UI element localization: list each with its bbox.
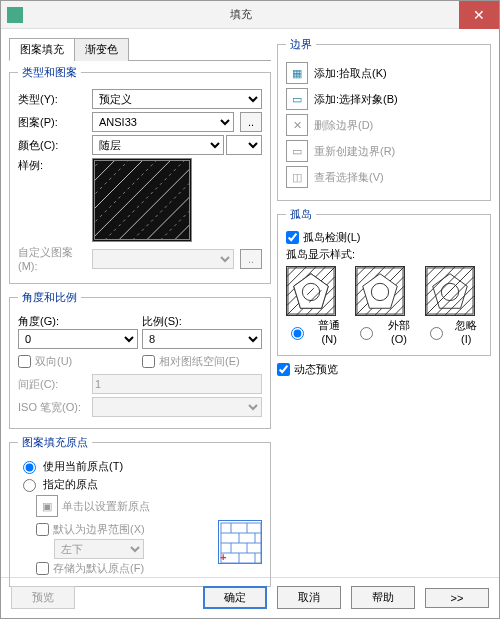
legend-type: 类型和图案 [18, 65, 81, 80]
spacing-label: 间距(C): [18, 377, 88, 392]
double-label: 双向(U) [35, 354, 72, 369]
island-outer-image[interactable] [355, 266, 405, 316]
view-selection-button: ◫ [286, 166, 308, 188]
dynamic-preview-checkbox[interactable] [277, 363, 290, 376]
click-set-origin-icon: ▣ [36, 495, 58, 517]
click-set-origin-label: 单击以设置新原点 [62, 499, 150, 514]
svg-line-50 [395, 305, 405, 315]
custom-pattern-browse: .. [240, 249, 262, 269]
color-label: 颜色(C): [18, 138, 88, 153]
cancel-button[interactable]: 取消 [277, 586, 341, 609]
isowidth-select [92, 397, 262, 417]
specified-origin-label: 指定的原点 [43, 477, 98, 492]
view-selection-label: 查看选择集(V) [314, 170, 384, 185]
group-origin: 图案填充原点 使用当前原点(T) 指定的原点 ▣ 单击以设置新原点 默认为边界范… [9, 435, 271, 587]
island-outer-radio[interactable] [360, 327, 373, 340]
island-normal-radio[interactable] [291, 327, 304, 340]
plus-icon: + [220, 551, 226, 563]
window-title: 填充 [23, 7, 459, 22]
svg-point-64 [442, 283, 459, 300]
custom-pattern-label: 自定义图案(M): [18, 245, 88, 272]
svg-line-28 [287, 267, 297, 277]
pattern-browse-button[interactable]: .. [240, 112, 262, 132]
recreate-boundary-label: 重新创建边界(R) [314, 144, 395, 159]
use-current-origin-label: 使用当前原点(T) [43, 459, 123, 474]
default-extent-checkbox [36, 523, 49, 536]
svg-line-59 [436, 277, 474, 315]
island-ignore-image[interactable] [425, 266, 475, 316]
type-select[interactable]: 预定义 [92, 89, 262, 109]
angle-select[interactable]: 0 [18, 329, 138, 349]
sample-label: 样例: [18, 158, 88, 173]
island-outer-label: 外部(O) [380, 318, 417, 345]
island-detect-checkbox[interactable] [286, 231, 299, 244]
svg-line-54 [426, 267, 436, 277]
legend-origin: 图案填充原点 [18, 435, 92, 450]
close-button[interactable]: ✕ [459, 1, 499, 29]
scale-select[interactable]: 8 [142, 329, 262, 349]
add-pick-points-button[interactable]: ▦ [286, 62, 308, 84]
remove-boundary-label: 删除边界(D) [314, 118, 373, 133]
group-boundary: 边界 ▦添加:拾取点(K) ▭添加:选择对象(B) ✕删除边界(D) ▭重新创建… [277, 37, 491, 201]
group-angle-scale: 角度和比例 角度(G): 0 比例(S): 8 双向(U) 相对图纸空间(E) … [9, 290, 271, 429]
double-checkbox [18, 355, 31, 368]
legend-angle: 角度和比例 [18, 290, 81, 305]
add-select-objects-button[interactable]: ▭ [286, 88, 308, 110]
pattern-select[interactable]: ANSI33 [92, 112, 234, 132]
store-default-checkbox [36, 562, 49, 575]
bg-color-select[interactable] [226, 135, 262, 155]
help-button[interactable]: 帮助 [351, 586, 415, 609]
tab-hatch[interactable]: 图案填充 [9, 38, 75, 61]
origin-preview: + [218, 520, 262, 564]
svg-line-42 [356, 267, 366, 277]
angle-label: 角度(G): [18, 314, 138, 329]
recreate-boundary-button: ▭ [286, 140, 308, 162]
tab-gradient[interactable]: 渐变色 [74, 38, 129, 61]
color-select[interactable]: 随层 [92, 135, 224, 155]
pattern-label: 图案(P): [18, 115, 88, 130]
group-island: 孤岛 孤岛检测(L) 孤岛显示样式: 普通(N) [277, 207, 491, 356]
store-default-label: 存储为默认原点(F) [53, 561, 144, 576]
island-normal-label: 普通(N) [311, 318, 347, 345]
dynamic-preview-label: 动态预览 [294, 362, 338, 377]
isowidth-label: ISO 笔宽(O): [18, 400, 88, 415]
pattern-swatch[interactable] [92, 158, 192, 242]
remove-boundary-button: ✕ [286, 114, 308, 136]
island-style-label: 孤岛显示样式: [286, 247, 482, 262]
svg-rect-0 [96, 161, 189, 239]
ok-button[interactable]: 确定 [203, 586, 267, 609]
app-icon [7, 7, 23, 23]
spacing-input [92, 374, 262, 394]
type-label: 类型(Y): [18, 92, 88, 107]
scale-label: 比例(S): [142, 314, 262, 329]
expand-button[interactable]: >> [425, 588, 489, 608]
svg-line-36 [325, 305, 335, 315]
default-extent-label: 默认为边界范围(X) [53, 522, 145, 537]
island-detect-label: 孤岛检测(L) [303, 230, 360, 245]
custom-pattern-select [92, 249, 234, 269]
specified-origin-radio[interactable] [23, 479, 36, 492]
paperspace-label: 相对图纸空间(E) [159, 354, 240, 369]
legend-boundary: 边界 [286, 37, 316, 52]
add-pick-points-label: 添加:拾取点(K) [314, 66, 387, 81]
island-ignore-radio[interactable] [430, 327, 443, 340]
use-current-origin-radio[interactable] [23, 461, 36, 474]
add-select-objects-label: 添加:选择对象(B) [314, 92, 398, 107]
svg-line-61 [455, 296, 474, 315]
group-type-pattern: 类型和图案 类型(Y): 预定义 图案(P): ANSI33 .. 颜色(C):… [9, 65, 271, 284]
preview-button[interactable]: 预览 [11, 586, 75, 609]
island-normal-image[interactable] [286, 266, 336, 316]
svg-line-55 [426, 267, 445, 286]
svg-line-62 [465, 305, 475, 315]
legend-island: 孤岛 [286, 207, 316, 222]
extent-pos-select: 左下 [54, 539, 144, 559]
island-ignore-label: 忽略(I) [450, 318, 482, 345]
paperspace-checkbox [142, 355, 155, 368]
